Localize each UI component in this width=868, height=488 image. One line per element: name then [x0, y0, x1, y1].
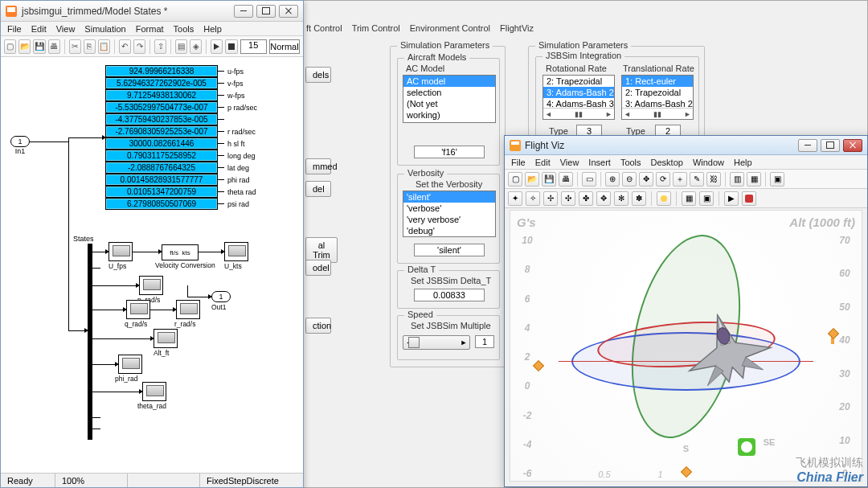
fv-zoomout-icon[interactable]: ⊖: [622, 172, 637, 187]
fv-axis7-icon[interactable]: ✻: [614, 191, 628, 206]
menu-tools[interactable]: Tools: [174, 24, 194, 34]
ac-item-0[interactable]: AC model: [403, 76, 495, 87]
verb-item-1[interactable]: 'verbose': [403, 203, 495, 214]
fv-save-icon[interactable]: 💾: [542, 172, 556, 187]
ac-item-3[interactable]: working): [403, 109, 495, 121]
stub-ction[interactable]: ction: [305, 318, 331, 334]
textbox-verbosity[interactable]: 'silent': [414, 244, 485, 256]
fv-link-icon[interactable]: ⛓: [706, 172, 721, 187]
display-value[interactable]: -4.37759430237853e-005: [105, 113, 218, 125]
menu-file[interactable]: File: [7, 24, 22, 34]
fv-menu-file[interactable]: File: [511, 158, 526, 167]
fv-stop-icon[interactable]: [742, 191, 756, 206]
fv-menu-window[interactable]: Window: [693, 158, 724, 167]
fv-box-icon[interactable]: ▣: [699, 191, 714, 206]
outport-out1[interactable]: 1: [211, 291, 231, 302]
fv-colorbar-icon[interactable]: ▥: [730, 172, 744, 187]
display-value[interactable]: 9.71254938130062: [105, 89, 218, 101]
display-value[interactable]: -5.53052997504773e-007: [105, 101, 218, 113]
copy-icon[interactable]: ⎘: [84, 39, 96, 54]
flightviz-titlebar[interactable]: Flight Viz: [505, 136, 867, 155]
verb-item-3[interactable]: 'debug': [403, 225, 495, 236]
textbox-dt[interactable]: 0.00833: [414, 289, 485, 301]
minimize-button[interactable]: [234, 5, 253, 18]
stub-idel[interactable]: odel: [305, 260, 331, 276]
fv-pointer-icon[interactable]: ▭: [582, 172, 596, 187]
new-icon[interactable]: ▢: [4, 39, 16, 54]
listbox-trans-rate[interactable]: 1: Rect-euler 2: Trapezoidal 3: Adams-Ba…: [621, 75, 694, 120]
block-velocity-conversion[interactable]: ft/s kts: [162, 244, 199, 260]
tr-it-0[interactable]: 1: Rect-euler: [622, 76, 693, 87]
stub-mmed[interactable]: mmed: [305, 158, 331, 174]
rot-it-0[interactable]: 2: Trapezoidal: [543, 76, 614, 87]
fv-menu-desktop[interactable]: Desktop: [651, 158, 683, 167]
fv-new-icon[interactable]: ▢: [508, 172, 522, 187]
scope-rrad[interactable]: [176, 300, 200, 319]
fv-open-icon[interactable]: 📂: [525, 172, 539, 187]
flightviz-axes[interactable]: G's Alt (1000 ft) 1086420-2-4-6 70605040…: [510, 210, 862, 482]
menu-help[interactable]: Help: [203, 24, 222, 34]
fv-axis3-icon[interactable]: ✢: [543, 191, 558, 206]
slider-speed[interactable]: ◄►: [403, 335, 470, 350]
display-value[interactable]: 6.27980850507069: [105, 198, 218, 210]
maximize-button[interactable]: [256, 5, 276, 18]
bg-tab-trimcontrol[interactable]: Trim Control: [352, 23, 400, 38]
ac-item-1[interactable]: selection: [403, 87, 495, 98]
fv-menu-tools[interactable]: Tools: [620, 158, 641, 167]
fv-brush-icon[interactable]: ✎: [690, 172, 704, 187]
fv-pan-icon[interactable]: ✥: [639, 172, 653, 187]
fv-axis2-icon[interactable]: ✧: [526, 191, 540, 206]
display-value[interactable]: 30000.082661446: [105, 137, 218, 150]
open-icon[interactable]: 📂: [18, 39, 31, 54]
fv-rotate-icon[interactable]: ⟳: [656, 172, 670, 187]
in1-port[interactable]: 1 In1: [10, 136, 30, 155]
menu-view[interactable]: View: [56, 24, 76, 34]
fv-menu-help[interactable]: Help: [734, 158, 752, 167]
display-value[interactable]: 5.62946327262902e-005: [105, 77, 218, 89]
cut-icon[interactable]: ✂: [69, 39, 81, 54]
fv-axis5-icon[interactable]: ✤: [579, 191, 593, 206]
display-value[interactable]: 0.01051347200759: [105, 186, 218, 198]
fv-axis8-icon[interactable]: ✽: [632, 191, 646, 206]
menu-simulation[interactable]: Simulation: [84, 24, 125, 34]
rot-it-1[interactable]: 3: Adams-Bash 2: [543, 87, 614, 98]
bg-tab-flightviz[interactable]: FlightViz: [500, 23, 534, 38]
save-icon[interactable]: 💾: [33, 39, 45, 54]
fv-print-icon[interactable]: 🖶: [559, 172, 573, 187]
undo-icon[interactable]: ↶: [119, 39, 131, 54]
demux-bar[interactable]: [88, 244, 92, 440]
fv-play-icon[interactable]: ▶: [724, 191, 739, 206]
fv-menu-insert[interactable]: Insert: [588, 158, 611, 167]
fv-menu-view[interactable]: View: [560, 158, 579, 167]
scope-ufps[interactable]: [108, 242, 133, 261]
run-icon[interactable]: [211, 39, 223, 54]
fv-dock-icon[interactable]: ▣: [770, 172, 784, 187]
redo-icon[interactable]: ↷: [133, 39, 145, 54]
bg-tab-ftcontrol[interactable]: ft Control: [306, 23, 342, 38]
verb-item-0[interactable]: 'silent': [403, 191, 495, 203]
display-value[interactable]: 0.79031175258952: [105, 150, 218, 162]
fv-legend-icon[interactable]: ▦: [747, 172, 761, 187]
fv-maximize-button[interactable]: [821, 139, 840, 152]
simulink-titlebar[interactable]: jsbsimgui_trimmed/Model States *: [1, 1, 303, 22]
scope-theta[interactable]: [142, 382, 166, 401]
listbox-verbosity[interactable]: 'silent' 'verbose' 'very verbose' 'debug…: [403, 191, 496, 237]
display-value[interactable]: -2.76908305925253e-007: [105, 125, 218, 137]
bg-tab-envcontrol[interactable]: Environment Control: [410, 23, 490, 38]
paste-icon[interactable]: 📋: [98, 39, 110, 54]
fv-grid-icon[interactable]: ▦: [682, 191, 696, 206]
print-icon[interactable]: 🖶: [48, 39, 60, 54]
listbox-rot-rate[interactable]: 2: Trapezoidal 3: Adams-Bash 2 4: Adams-…: [542, 75, 615, 120]
fv-minimize-button[interactable]: [798, 139, 817, 152]
ac-item-2[interactable]: (Not yet: [403, 98, 495, 109]
scope-qrad[interactable]: [126, 300, 150, 319]
fv-axis1-icon[interactable]: ✦: [508, 191, 522, 206]
stub-del[interactable]: del: [305, 181, 331, 197]
fv-light-icon[interactable]: [657, 191, 671, 206]
listbox-ac-models[interactable]: AC model selection (Not yet working): [403, 75, 496, 123]
scope-ukts[interactable]: [224, 242, 248, 261]
close-button[interactable]: [279, 5, 298, 18]
display-value[interactable]: 924.99966216338: [105, 65, 218, 77]
library-icon[interactable]: ▤: [175, 39, 187, 54]
textbox-speed[interactable]: 1: [475, 335, 494, 348]
